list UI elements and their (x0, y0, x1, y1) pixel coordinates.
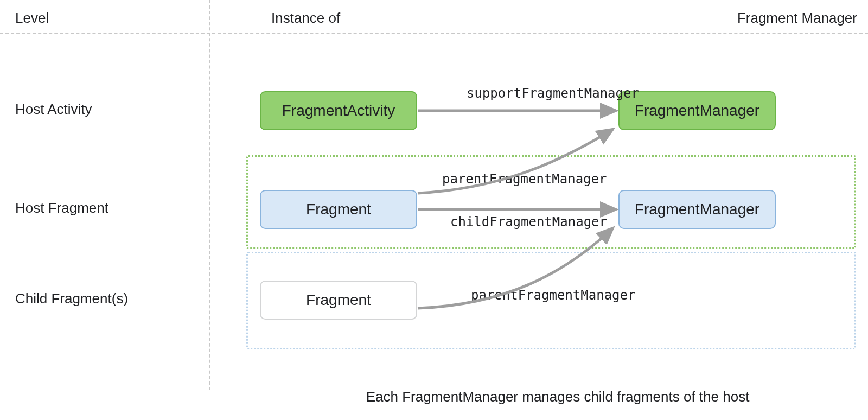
header-level: Level (15, 10, 49, 27)
header-fragment-manager: Fragment Manager (737, 10, 857, 27)
fragment-manager-mid-box: FragmentManager (618, 190, 776, 229)
fragment-mid-box: Fragment (260, 190, 417, 229)
vertical-divider (209, 0, 210, 390)
diagram-caption: Each FragmentManager manages child fragm… (292, 389, 824, 405)
edge-label-parent-fm-2: parentFragmentManager (471, 288, 635, 303)
fragment-bot-box: Fragment (260, 281, 417, 320)
header-divider (0, 33, 868, 34)
fragment-manager-top-box: FragmentManager (618, 91, 776, 130)
edge-label-parent-fm-1: parentFragmentManager (442, 171, 607, 187)
edge-label-support-fm: supportFragmentManager (467, 86, 639, 101)
edge-label-child-fm: childFragmentManager (450, 214, 607, 230)
fragment-activity-box: FragmentActivity (260, 91, 417, 130)
level-child-fragments: Child Fragment(s) (15, 290, 128, 307)
level-host-fragment: Host Fragment (15, 200, 108, 217)
header-instance-of: Instance of (271, 10, 340, 27)
level-host-activity: Host Activity (15, 101, 92, 118)
